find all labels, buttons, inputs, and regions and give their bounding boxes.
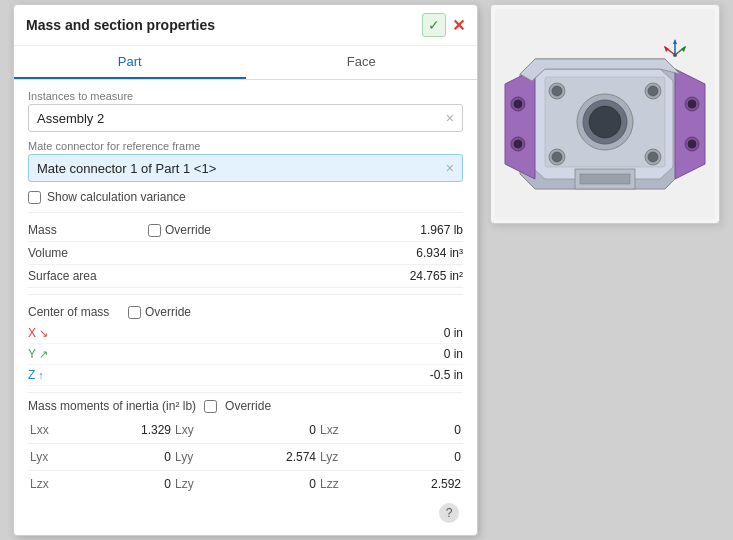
panel-body: Instances to measure Assembly 2 × Mate c… bbox=[14, 80, 477, 535]
center-mass-override-checkbox[interactable] bbox=[128, 306, 141, 319]
mate-field[interactable]: Mate connector 1 of Part 1 <1> × bbox=[28, 154, 463, 182]
surface-value: 24.765 in² bbox=[306, 269, 464, 283]
z-arrow-icon: ↑ bbox=[38, 369, 44, 381]
header-actions: ✓ ✕ bbox=[422, 13, 465, 37]
lxz-cell: Lxz 0 bbox=[318, 420, 463, 440]
divider-2 bbox=[28, 294, 463, 295]
instances-value: Assembly 2 bbox=[37, 111, 104, 126]
center-mass-override-label: Override bbox=[145, 305, 191, 319]
cad-image-panel bbox=[490, 4, 720, 224]
inertia-row-1: Lxx 1.329 Lxy 0 Lxz 0 bbox=[28, 417, 463, 444]
mass-row: Mass Override 1.967 lb bbox=[28, 219, 463, 242]
mate-value: Mate connector 1 of Part 1 <1> bbox=[37, 161, 216, 176]
variance-label: Show calculation variance bbox=[47, 190, 186, 204]
lyx-label: Lyx bbox=[30, 450, 58, 464]
inertia-row-2: Lyx 0 Lyy 2.574 Lyz 0 bbox=[28, 444, 463, 471]
mass-label: Mass bbox=[28, 223, 148, 237]
lyz-cell: Lyz 0 bbox=[318, 447, 463, 467]
svg-point-23 bbox=[514, 100, 522, 108]
svg-point-17 bbox=[648, 152, 658, 162]
mass-override-checkbox[interactable] bbox=[148, 224, 161, 237]
instances-field[interactable]: Assembly 2 × bbox=[28, 104, 463, 132]
lxx-label: Lxx bbox=[30, 423, 58, 437]
lxz-value: 0 bbox=[352, 423, 461, 437]
lyz-label: Lyz bbox=[320, 450, 348, 464]
x-value: 0 in bbox=[58, 326, 463, 340]
svg-marker-3 bbox=[505, 69, 535, 179]
lzz-value: 2.592 bbox=[352, 477, 461, 491]
confirm-button[interactable]: ✓ bbox=[422, 13, 446, 37]
lxy-label: Lxy bbox=[175, 423, 203, 437]
lxy-value: 0 bbox=[207, 423, 316, 437]
lzz-cell: Lzz 2.592 bbox=[318, 474, 463, 494]
mass-value: 1.967 lb bbox=[228, 223, 463, 237]
lyy-value: 2.574 bbox=[207, 450, 316, 464]
lzy-label: Lzy bbox=[175, 477, 203, 491]
svg-point-19 bbox=[688, 100, 696, 108]
inertia-override-checkbox[interactable] bbox=[204, 400, 217, 413]
lxz-label: Lxz bbox=[320, 423, 348, 437]
x-label-group: X ↘ bbox=[28, 326, 58, 340]
mass-properties-panel: Mass and section properties ✓ ✕ Part Fac… bbox=[13, 4, 478, 536]
panel-title: Mass and section properties bbox=[26, 17, 215, 33]
lyz-value: 0 bbox=[352, 450, 461, 464]
x-row: X ↘ 0 in bbox=[28, 323, 463, 344]
inertia-row-3: Lzx 0 Lzy 0 Lzz 2.592 bbox=[28, 471, 463, 497]
center-mass-label: Center of mass bbox=[28, 305, 128, 319]
instances-clear-icon[interactable]: × bbox=[446, 110, 454, 126]
mate-clear-icon[interactable]: × bbox=[446, 160, 454, 176]
divider-1 bbox=[28, 212, 463, 213]
svg-point-21 bbox=[688, 140, 696, 148]
lzx-cell: Lzx 0 bbox=[28, 474, 173, 494]
svg-point-34 bbox=[673, 53, 677, 57]
lzy-value: 0 bbox=[207, 477, 316, 491]
lxx-value: 1.329 bbox=[62, 423, 171, 437]
lzx-value: 0 bbox=[62, 477, 171, 491]
svg-point-15 bbox=[552, 152, 562, 162]
lxy-cell: Lxy 0 bbox=[173, 420, 318, 440]
inertia-section: Mass moments of inertia (in² lb) Overrid… bbox=[28, 399, 463, 497]
inertia-header: Mass moments of inertia (in² lb) Overrid… bbox=[28, 399, 463, 413]
instances-label: Instances to measure bbox=[28, 90, 463, 102]
volume-row: Volume 6.934 in³ bbox=[28, 242, 463, 265]
svg-point-11 bbox=[552, 86, 562, 96]
tab-part[interactable]: Part bbox=[14, 46, 246, 79]
y-row: Y ↗ 0 in bbox=[28, 344, 463, 365]
center-mass-override: Override bbox=[128, 305, 191, 319]
surface-row: Surface area 24.765 in² bbox=[28, 265, 463, 288]
tab-bar: Part Face bbox=[14, 46, 477, 80]
inertia-override-label: Override bbox=[225, 399, 271, 413]
help-button[interactable]: ? bbox=[439, 503, 459, 523]
lzz-label: Lzz bbox=[320, 477, 348, 491]
surface-label: Surface area bbox=[28, 269, 148, 283]
y-arrow-icon: ↗ bbox=[39, 348, 48, 361]
panel-header: Mass and section properties ✓ ✕ bbox=[14, 5, 477, 46]
z-axis-label: Z bbox=[28, 368, 35, 382]
center-mass-row: Center of mass Override bbox=[28, 301, 463, 323]
svg-point-9 bbox=[589, 106, 621, 138]
inertia-label: Mass moments of inertia (in² lb) bbox=[28, 399, 196, 413]
y-axis-label: Y bbox=[28, 347, 36, 361]
close-button[interactable]: ✕ bbox=[452, 16, 465, 35]
x-arrow-icon: ↘ bbox=[39, 327, 48, 340]
mass-override-label: Override bbox=[165, 223, 211, 237]
svg-marker-4 bbox=[675, 69, 705, 179]
instances-group: Instances to measure Assembly 2 × bbox=[28, 90, 463, 132]
variance-row: Show calculation variance bbox=[28, 190, 463, 204]
svg-point-13 bbox=[648, 86, 658, 96]
mass-override: Override bbox=[148, 223, 228, 237]
volume-value: 6.934 in³ bbox=[306, 246, 464, 260]
footer-row: ? bbox=[28, 497, 463, 525]
volume-label: Volume bbox=[28, 246, 148, 260]
lyy-cell: Lyy 2.574 bbox=[173, 447, 318, 467]
lzx-label: Lzx bbox=[30, 477, 58, 491]
y-value: 0 in bbox=[58, 347, 463, 361]
y-label-group: Y ↗ bbox=[28, 347, 58, 361]
variance-checkbox[interactable] bbox=[28, 191, 41, 204]
lyx-cell: Lyx 0 bbox=[28, 447, 173, 467]
divider-3 bbox=[28, 392, 463, 393]
lyy-label: Lyy bbox=[175, 450, 203, 464]
tab-face[interactable]: Face bbox=[246, 46, 478, 79]
z-value: -0.5 in bbox=[58, 368, 463, 382]
lzy-cell: Lzy 0 bbox=[173, 474, 318, 494]
